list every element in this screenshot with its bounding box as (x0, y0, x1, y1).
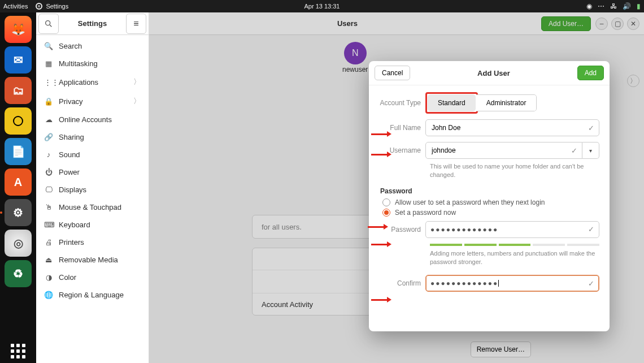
sidebar-item-icon: 🔒 (44, 97, 53, 106)
gnome-top-bar: Activities Settings Apr 13 13:31 ◉ ⋯ 🖧 🔊… (0, 0, 644, 12)
sidebar-item-sharing[interactable]: 🔗Sharing (36, 128, 149, 146)
sidebar-item-icon: ▦ (44, 59, 53, 68)
sidebar-item-label: Sharing (59, 133, 84, 141)
password-strength-meter (430, 244, 599, 246)
activities-button[interactable]: Activities (3, 3, 28, 10)
battery-icon[interactable]: ▮ (637, 2, 641, 10)
sidebar-item-displays[interactable]: 🖵Displays (36, 181, 149, 198)
password-input[interactable]: ●●●●●●●●●●●●● (430, 226, 588, 234)
sidebar-item-label: Privacy (59, 97, 83, 106)
username-field[interactable]: ✓ (425, 142, 582, 159)
full-name-label: Full Name (379, 124, 425, 132)
sidebar-item-label: Printers (59, 238, 84, 247)
clock[interactable]: Apr 13 13:31 (304, 3, 340, 10)
sidebar-item-removable-media[interactable]: ⏏Removable Media (36, 251, 149, 269)
sidebar-item-color[interactable]: ◑Color (36, 269, 149, 286)
confirm-input[interactable]: ●●●●●●●●●●●●● (430, 279, 498, 287)
dialog-cancel-button[interactable]: Cancel (375, 66, 410, 80)
sidebar-item-icon: 🔍 (44, 42, 53, 50)
hamburger-menu-button[interactable]: ≡ (126, 14, 146, 34)
sidebar-item-applications[interactable]: ⋮⋮Applications〉 (36, 72, 149, 92)
sidebar-item-printers[interactable]: 🖨Printers (36, 234, 149, 251)
sidebar-title: Settings (61, 19, 124, 28)
sidebar-item-icon: 🌐 (44, 291, 53, 299)
annotation-arrow (371, 241, 391, 247)
sidebar-item-label: Search (59, 42, 82, 50)
dock-firefox[interactable]: 🦊 (5, 16, 32, 43)
sidebar-item-icon: ☁ (44, 115, 53, 124)
sidebar-item-label: Removable Media (59, 256, 118, 264)
tray-overflow-icon[interactable]: ⋯ (598, 2, 604, 10)
radio-set-now-label: Set a password now (395, 209, 456, 217)
sidebar-item-label: Region & Language (59, 291, 124, 299)
sidebar-item-sound[interactable]: ♪Sound (36, 146, 149, 163)
sidebar-item-multitasking[interactable]: ▦Multitasking (36, 55, 149, 72)
password-strength-hint: Adding more letters, numbers and punctua… (430, 249, 599, 266)
sidebar-item-mouse-touchpad[interactable]: 🖱Mouse & Touchpad (36, 198, 149, 216)
chevron-right-icon: 〉 (133, 96, 141, 106)
password-field[interactable]: ●●●●●●●●●●●●● ✓ (425, 221, 599, 238)
confirm-label: Confirm (379, 279, 425, 287)
confirm-field[interactable]: ●●●●●●●●●●●●● ✓ (425, 275, 599, 292)
dialog-add-button[interactable]: Add (577, 66, 604, 80)
radio-set-now[interactable] (382, 209, 390, 217)
password-section-heading: Password (380, 187, 599, 195)
account-type-standard[interactable]: Standard (428, 94, 476, 111)
annotation-arrow (371, 131, 391, 137)
check-icon: ✓ (588, 124, 594, 132)
username-input[interactable] (430, 146, 571, 155)
discord-tray-icon[interactable]: ◉ (586, 2, 592, 10)
sidebar-item-label: Applications (59, 78, 98, 87)
chevron-right-icon: 〉 (133, 77, 141, 87)
annotation-arrow (371, 152, 391, 157)
sidebar-item-keyboard[interactable]: ⌨Keyboard (36, 216, 149, 234)
ubuntu-dock: 🦊 ✉ 🗂 📄 A ⚙ ◎ ♻ (0, 12, 36, 363)
sidebar-item-icon: ◑ (44, 273, 53, 282)
dock-software[interactable]: A (5, 168, 32, 196)
settings-window: Settings ≡ 🔍Search▦Multitasking⋮⋮Applica… (36, 12, 644, 363)
sidebar-item-power[interactable]: ⏻Power (36, 163, 149, 181)
dock-rhythmbox[interactable] (5, 107, 32, 135)
sidebar-item-online-accounts[interactable]: ☁Online Accounts (36, 111, 149, 128)
account-type-administrator[interactable]: Administrator (476, 95, 537, 111)
full-name-input[interactable] (430, 123, 588, 132)
annotation-arrow (368, 224, 388, 230)
radio-next-login[interactable] (382, 198, 390, 206)
annotation-arrow (371, 297, 391, 302)
radio-set-now-row[interactable]: Set a password now (382, 209, 599, 217)
dock-thunderbird[interactable]: ✉ (5, 46, 32, 74)
dock-trash[interactable]: ♻ (5, 260, 32, 287)
svg-point-0 (46, 20, 50, 25)
account-type-segmented: Standard (428, 94, 476, 111)
sidebar-item-label: Displays (59, 185, 86, 194)
add-user-dialog: Cancel Add User Add Account Type Standar… (369, 61, 610, 331)
dock-settings[interactable]: ⚙ (5, 199, 32, 226)
sidebar-search-button[interactable] (38, 14, 59, 34)
username-suggest-button[interactable]: ▾ (582, 142, 599, 159)
sidebar-item-label: Multitasking (59, 59, 98, 68)
dock-apps-grid[interactable] (11, 344, 25, 358)
sidebar-item-icon: 🖱 (44, 203, 53, 211)
dock-disks[interactable]: ◎ (5, 230, 32, 257)
dock-files[interactable]: 🗂 (5, 77, 32, 104)
app-menu-label[interactable]: Settings (46, 3, 68, 10)
sidebar-item-label: Keyboard (59, 221, 90, 229)
radio-next-login-label: Allow user to set a password when they n… (395, 198, 545, 206)
sidebar-item-label: Online Accounts (59, 115, 112, 124)
radio-next-login-row[interactable]: Allow user to set a password when they n… (382, 198, 599, 206)
sidebar-item-label: Mouse & Touchpad (59, 203, 121, 211)
full-name-field[interactable]: ✓ (425, 119, 599, 136)
dock-writer[interactable]: 📄 (5, 138, 32, 165)
app-menu-icon (36, 3, 42, 10)
volume-icon[interactable]: 🔊 (623, 2, 631, 10)
sidebar-item-icon: ♪ (44, 150, 53, 159)
network-icon[interactable]: 🖧 (610, 2, 617, 10)
sidebar-item-icon: 🖨 (44, 238, 53, 247)
sidebar-item-icon: ⏻ (44, 168, 53, 176)
sidebar-item-search[interactable]: 🔍Search (36, 37, 149, 55)
sidebar-item-region-language[interactable]: 🌐Region & Language (36, 286, 149, 304)
sidebar-item-privacy[interactable]: 🔒Privacy〉 (36, 92, 149, 111)
sidebar-item-icon: ⌨ (44, 221, 53, 229)
sidebar-item-icon: 🖵 (44, 185, 53, 194)
username-hint: This will be used to name your home fold… (430, 162, 599, 179)
